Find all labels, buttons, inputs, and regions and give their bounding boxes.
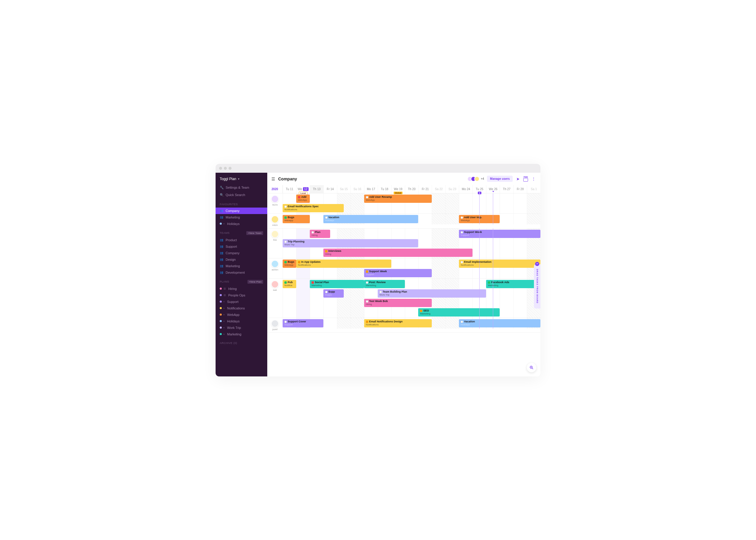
- sidebar-plan-item[interactable]: ▥People Ops: [216, 292, 267, 299]
- day-header-cell[interactable]: Fr 14: [323, 185, 337, 193]
- manage-users-button[interactable]: Manage users: [487, 176, 513, 182]
- sidebar-favourite-item[interactable]: 👥Company: [216, 207, 267, 214]
- day-header-cell[interactable]: Th 20: [405, 185, 418, 193]
- task-status-icon: [284, 321, 287, 323]
- task-bar[interactable]: Bugs WebApp: [283, 259, 296, 268]
- new-team-button[interactable]: +New Team: [246, 231, 263, 235]
- task-project: Notifications: [461, 264, 539, 267]
- avatar: [474, 176, 480, 182]
- sidebar-team-item[interactable]: 👥Support: [216, 243, 267, 250]
- sidebar-plan-item[interactable]: ▥Hiring: [216, 286, 267, 292]
- sidebar-team-item[interactable]: 👥Design: [216, 256, 267, 263]
- sidebar-item-label: Marketing: [226, 264, 240, 268]
- archive-header[interactable]: ARCHIVE (0): [216, 338, 267, 346]
- day-header-cell[interactable]: Su 23: [445, 185, 459, 193]
- member-avatars[interactable]: +4: [469, 176, 484, 182]
- task-bar[interactable]: Vacation Holidays: [459, 319, 540, 328]
- day-header-cell[interactable]: Fr 21: [418, 185, 432, 193]
- day-header-cell[interactable]: Mo 17: [364, 185, 378, 193]
- person-row: mitch Bugs Webapp Vacation Holidays Add …: [267, 214, 540, 228]
- day-header-cell[interactable]: Th 27: [500, 185, 513, 193]
- task-bar[interactable]: Supp Suppo: [323, 289, 344, 298]
- menu-icon[interactable]: ☰: [271, 177, 275, 181]
- day-header-cell[interactable]: Sa 15: [337, 185, 351, 193]
- task-bar[interactable]: Post: Review Marketing: [364, 280, 405, 288]
- workspace-switcher[interactable]: Toggl Plan ▾: [216, 173, 267, 184]
- sidebar-team-item[interactable]: 👥Marketing: [216, 263, 267, 269]
- more-icon[interactable]: ⋮: [531, 177, 536, 181]
- task-bar[interactable]: Trip Planning Work Trip: [283, 239, 418, 247]
- sidebar-favourite-item[interactable]: ▸Holidays: [216, 220, 267, 227]
- task-bar[interactable]: Support Week Support: [459, 230, 540, 238]
- task-bar[interactable]: Test Week Bob Hiring: [364, 299, 432, 307]
- day-header-cell[interactable]: We 26✦: [486, 185, 500, 193]
- day-header-cell[interactable]: Sa 22: [432, 185, 445, 193]
- person-label[interactable]: mitch: [267, 214, 283, 228]
- sidebar-team-item[interactable]: 👥Development: [216, 269, 267, 276]
- task-bar[interactable]: Add User Revamp WebApp: [364, 195, 432, 203]
- drag-tasks-panel[interactable]: 1 DRAG TASKS FROM BOARD: [534, 264, 540, 309]
- sidebar-favourite-item[interactable]: 👥Marketing: [216, 214, 267, 220]
- share-icon[interactable]: ➤: [516, 177, 520, 181]
- new-plan-button[interactable]: +New Plan: [247, 280, 263, 284]
- person-label[interactable]: jozef: [267, 318, 283, 333]
- task-bar[interactable]: Interviews Hiring: [323, 249, 473, 257]
- zoom-button[interactable]: [527, 363, 536, 372]
- task-bar[interactable]: Add User Imp. WebApp: [459, 215, 500, 223]
- task-bar[interactable]: In App Updates Notifications: [296, 259, 391, 268]
- task-bar[interactable]: Team Building Plan Work Trip: [378, 289, 486, 298]
- task-bar[interactable]: Support Cover Support: [283, 319, 323, 328]
- task-bar[interactable]: Email Notifications Spec Notifications: [283, 204, 344, 212]
- task-bar[interactable]: SEO Marketing: [418, 308, 500, 317]
- task-bar[interactable]: Plan Hiring: [310, 230, 330, 238]
- sidebar-plan-item[interactable]: ▸Notifications: [216, 305, 267, 312]
- timeline-grid[interactable]: laura Add WebApp Add User Revamp WebApp …: [267, 194, 540, 376]
- day-header-cell[interactable]: Tu 253: [473, 185, 486, 193]
- sidebar-plan-item[interactable]: ▸Support: [216, 299, 267, 305]
- task-title: Add User Revamp: [369, 196, 392, 199]
- person-label[interactable]: kati: [267, 279, 283, 318]
- day-header-cell[interactable]: We 12Local: [296, 185, 310, 193]
- sidebar-plan-item[interactable]: ▸Marketing: [216, 331, 267, 338]
- traffic-light-close[interactable]: [219, 167, 222, 170]
- task-status-icon: [488, 281, 490, 284]
- calendar-icon[interactable]: FEB: [523, 176, 528, 182]
- person-label[interactable]: laura: [267, 194, 283, 213]
- task-bar[interactable]: Email Notifications Design Notifications: [364, 319, 432, 328]
- person-label[interactable]: lisa: [267, 228, 283, 258]
- chevron-right-icon: ▸: [224, 326, 225, 329]
- settings-link[interactable]: 🔧 Settings & Team: [216, 184, 267, 191]
- day-header-cell[interactable]: Th 13: [310, 185, 323, 193]
- people-icon: 👥: [220, 238, 223, 241]
- day-header-cell[interactable]: We 19Global: [391, 185, 405, 193]
- task-bar[interactable]: Support Week Support: [364, 269, 432, 277]
- task-bar[interactable]: Facebook Ads Marketing: [486, 280, 540, 288]
- task-status-icon: [461, 231, 463, 233]
- search-link[interactable]: 🔍 Quick Search: [216, 191, 267, 199]
- task-bar[interactable]: Email Implementation Notifications: [459, 259, 540, 268]
- traffic-light-min[interactable]: [224, 167, 227, 170]
- task-bar[interactable]: Social Plan Marketing: [310, 280, 364, 288]
- sidebar-team-item[interactable]: 👥Company: [216, 250, 267, 256]
- day-header-cell[interactable]: Tu 11: [283, 185, 296, 193]
- sidebar-plan-item[interactable]: ▸Work Trip: [216, 325, 267, 331]
- task-project: Marketing: [420, 312, 498, 315]
- sidebar-team-item[interactable]: 👥Product: [216, 237, 267, 243]
- task-bar[interactable]: Add WebApp: [296, 195, 310, 203]
- day-header-cell[interactable]: Sa 1: [527, 185, 540, 193]
- task-bar[interactable]: Vacation Holidays: [323, 215, 418, 223]
- task-project: Hiring: [366, 303, 430, 306]
- task-status-icon: [284, 241, 287, 243]
- day-header-cell[interactable]: Su 16: [351, 185, 364, 193]
- sidebar-plan-item[interactable]: ▸WebApp: [216, 312, 267, 318]
- year-label[interactable]: 2020: [267, 185, 283, 193]
- traffic-light-max[interactable]: [228, 167, 231, 170]
- sidebar-plan-item[interactable]: ▸Holidays: [216, 318, 267, 325]
- day-header-cell[interactable]: Tu 18: [378, 185, 391, 193]
- task-title: Vacation: [464, 320, 475, 323]
- day-header-cell[interactable]: Fr 28: [513, 185, 527, 193]
- day-header-cell[interactable]: Mo 24: [459, 185, 473, 193]
- task-bar[interactable]: Pub Notifica: [283, 280, 296, 288]
- task-bar[interactable]: Bugs Webapp: [283, 215, 310, 223]
- person-label[interactable]: adrien: [267, 258, 283, 278]
